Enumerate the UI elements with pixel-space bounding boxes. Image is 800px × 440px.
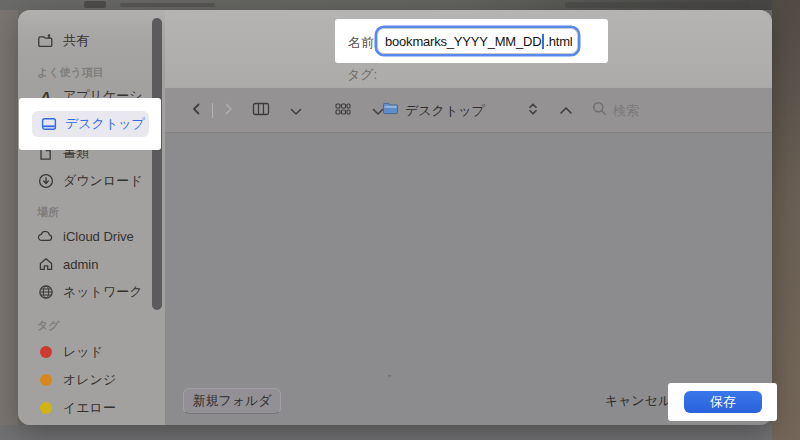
group-view-icon — [334, 101, 352, 121]
sidebar-item-tag-orange[interactable]: オレンジ — [18, 367, 152, 393]
chevron-down-icon — [290, 102, 302, 120]
search-icon — [592, 101, 607, 120]
tag-red-icon — [37, 344, 54, 361]
current-folder-popup[interactable]: デスクトップ — [382, 88, 485, 133]
sidebar-item-label: レッド — [63, 343, 103, 361]
name-field-label: 名前: — [348, 34, 378, 52]
sidebar: 共有 よく使う項目 A アプリケーシ… 書類 ダ — [18, 10, 165, 425]
new-folder-button[interactable]: 新規フォルダ — [183, 388, 281, 414]
save-dialog: 共有 よく使う項目 A アプリケーシ… 書類 ダ — [18, 10, 772, 425]
sidebar-item-shared[interactable]: 共有 — [18, 28, 152, 54]
backdrop-bottom-strip — [0, 425, 772, 440]
nav-divider — [212, 103, 213, 118]
collapse-sheet-button[interactable] — [558, 88, 574, 133]
updown-chevrons-icon — [526, 101, 540, 121]
text-caret — [542, 34, 544, 49]
sidebar-section-tags: タグ — [37, 318, 60, 333]
sidebar-item-icloud-drive[interactable]: iCloud Drive — [18, 223, 152, 249]
current-folder-label: デスクトップ — [405, 102, 485, 120]
highlight-card-save: 保存 — [668, 383, 777, 421]
folder-stepper[interactable] — [526, 88, 540, 133]
sidebar-item-home-admin[interactable]: admin — [18, 251, 152, 277]
nav-buttons — [190, 88, 235, 133]
download-icon — [37, 173, 54, 190]
tag-orange-icon — [37, 372, 54, 389]
sidebar-item-downloads[interactable]: ダウンロード — [18, 168, 152, 194]
grouping-control[interactable] — [334, 88, 384, 133]
sidebar-section-places: 場所 — [37, 205, 59, 220]
file-browser-area[interactable] — [165, 133, 772, 425]
sidebar-item-network[interactable]: ネットワーク — [18, 279, 152, 305]
sidebar-section-favorites: よく使う項目 — [37, 65, 104, 80]
backdrop-left-strip — [0, 10, 18, 425]
backdrop-artifact — [84, 1, 106, 8]
sidebar-scrollbar[interactable] — [152, 18, 162, 310]
sidebar-item-label: ダウンロード — [63, 172, 143, 190]
tag-yellow-icon — [37, 400, 54, 417]
sidebar-item-tag-red[interactable]: レッド — [18, 339, 152, 365]
shared-folder-icon — [37, 33, 54, 50]
chevron-up-icon — [558, 102, 574, 120]
sidebar-item-label: イエロー — [63, 399, 116, 417]
filename-input[interactable]: bookmarks_YYYY_MM_DD .html — [377, 28, 578, 54]
backdrop-artifact — [565, 2, 750, 8]
column-resize-mark: „ — [388, 368, 392, 378]
save-button[interactable]: 保存 — [684, 391, 762, 413]
sidebar-item-label: admin — [63, 257, 98, 272]
filename-text-before-caret: bookmarks_YYYY_MM_DD — [385, 34, 541, 49]
desktop-icon — [40, 116, 57, 133]
highlight-card-desktop-item: デスクトップ — [19, 98, 161, 150]
dialog-toolbar: デスクトップ 検索 — [165, 88, 772, 133]
sidebar-item-label: デスクトップ — [65, 115, 145, 133]
sidebar-item-label: ネットワーク — [63, 283, 143, 301]
sidebar-item-tag-yellow[interactable]: イエロー — [18, 395, 152, 421]
backdrop-top-strip — [0, 0, 772, 10]
blue-folder-icon — [382, 101, 399, 120]
backdrop-artifact — [120, 3, 215, 7]
sidebar-item-label: オレンジ — [63, 371, 116, 389]
forward-button[interactable] — [223, 101, 235, 121]
sidebar-item-label: iCloud Drive — [63, 229, 134, 244]
filename-text-after-caret: .html — [545, 34, 572, 49]
view-mode-control[interactable] — [252, 88, 302, 133]
tags-field-label: タグ: — [347, 66, 377, 84]
search-placeholder: 検索 — [613, 102, 639, 120]
sidebar-item-desktop[interactable]: デスクトップ — [32, 111, 149, 137]
search-field[interactable]: 検索 — [592, 88, 639, 133]
globe-icon — [37, 284, 54, 301]
cloud-icon — [37, 228, 54, 245]
sidebar-item-label: 共有 — [63, 32, 89, 50]
column-view-icon — [252, 101, 270, 121]
desktop-background-right — [772, 0, 800, 440]
highlight-card-filename: 名前: bookmarks_YYYY_MM_DD .html — [335, 19, 608, 63]
back-button[interactable] — [190, 101, 202, 121]
home-icon — [37, 256, 54, 273]
